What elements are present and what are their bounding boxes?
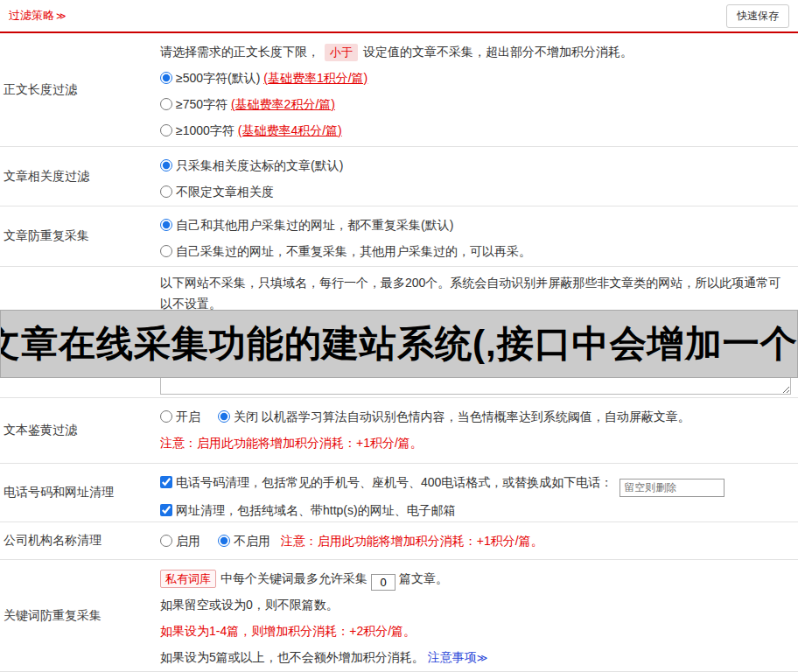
row-porn-filter: 文本鉴黄过滤 开启 关闭 以机器学习算法自动识别色情内容，当色情概率达到系统阈值… <box>0 398 798 464</box>
page-title-text: 过滤策略 <box>9 9 54 22</box>
page-title[interactable]: 过滤策略≫ <box>9 8 66 24</box>
chevron-down-icon: ≫ <box>477 652 488 664</box>
quick-save-button[interactable]: 快速保存 <box>726 4 789 28</box>
company-cost-note: 注意：启用此功能将增加积分消耗：+1积分/篇。 <box>281 534 543 548</box>
rate-note: (基础费率4积分/篇) <box>238 123 342 137</box>
radio-dedup-all-users[interactable]: 自己和其他用户采集过的网址，都不重复采集(默认) <box>160 218 453 232</box>
radio-option-500[interactable]: ≥500字符(默认) (基础费率1积分/篇) <box>160 71 368 85</box>
rate-note: (基础费率1积分/篇) <box>263 71 368 85</box>
magnified-text-overlay: 文章在线采集功能的建站系统(,接口中会增加一个t <box>0 310 798 378</box>
row-label-porn-filter: 文本鉴黄过滤 <box>0 398 158 463</box>
less-than-tag: 小于 <box>325 44 358 61</box>
radio-option-750[interactable]: ≥750字符 (基础费率2积分/篇) <box>160 97 335 111</box>
porn-filter-description: 以机器学习算法自动识别色情内容，当色情概率达到系统阈值，自动屏蔽文章。 <box>262 410 690 424</box>
radio-porn-on[interactable]: 开启 <box>160 410 204 424</box>
keyword-note-five: 如果设为5篇或以上，也不会额外增加积分消耗。 <box>160 650 424 664</box>
radio-porn-off[interactable]: 关闭 <box>218 410 262 424</box>
radio-relevance-any[interactable]: 不限定文章相关度 <box>160 185 274 199</box>
row-label-company: 公司机构名称清理 <box>0 522 158 559</box>
length-1000-radio[interactable] <box>160 124 172 136</box>
row-dedup-collection: 文章防重复采集 自己和其他用户采集过的网址，都不重复采集(默认) 自己采集过的网… <box>0 206 798 267</box>
radio-company-on[interactable]: 启用 <box>160 534 204 548</box>
url-cleanup-checkbox[interactable] <box>160 504 172 516</box>
length-500-radio[interactable] <box>160 72 172 84</box>
checkbox-phone-cleanup[interactable]: 电话号码清理，包括常见的手机号、座机号、400电话格式，或替换成如下电话： <box>160 475 616 489</box>
row-label-dedup: 文章防重复采集 <box>0 206 158 266</box>
topbar: 过滤策略≫ 快速保存 <box>0 0 798 33</box>
private-dictionary-tag[interactable]: 私有词库 <box>160 570 216 588</box>
radio-option-1000[interactable]: ≥1000字符 (基础费率4积分/篇) <box>160 123 342 137</box>
dedup-all-users-radio[interactable] <box>160 219 172 231</box>
magnified-text: 文章在线采集功能的建站系统(,接口中会增加一个t <box>0 319 798 368</box>
radio-relevance-strict[interactable]: 只采集相关度达标的文章(默认) <box>160 158 343 172</box>
relevance-any-radio[interactable] <box>160 186 172 198</box>
replacement-phone-input[interactable] <box>620 479 724 497</box>
notes-link[interactable]: 注意事项≫ <box>428 650 488 664</box>
row-company-cleanup: 公司机构名称清理 启用 不启用 注意：启用此功能将增加积分消耗：+1积分/篇。 <box>0 522 798 560</box>
blocked-sites-description: 以下网站不采集，只填域名，每行一个，最多200个。系统会自动识别并屏蔽那些非文章… <box>160 272 791 314</box>
body-length-intro: 请选择需求的正文长度下限，小于设定值的文章不采集，超出部分不增加积分消耗。 <box>160 38 791 65</box>
relevance-strict-radio[interactable] <box>160 159 172 172</box>
length-750-radio[interactable] <box>160 98 172 110</box>
company-on-radio[interactable] <box>160 535 172 547</box>
radio-dedup-self-only[interactable]: 自己采集过的网址，不重复采集，其他用户采集过的，可以再采。 <box>160 244 531 258</box>
row-relevance-filter: 文章相关度过滤 只采集相关度达标的文章(默认) 不限定文章相关度 <box>0 147 798 206</box>
phone-cleanup-checkbox[interactable] <box>160 476 172 488</box>
row-label-relevance: 文章相关度过滤 <box>0 147 158 206</box>
checkbox-url-cleanup[interactable]: 网址清理，包括纯域名、带http(s)的网址、电子邮箱 <box>160 503 456 517</box>
porn-off-radio[interactable] <box>218 410 230 423</box>
filter-strategy-page: 过滤策略≫ 快速保存 正文长度过滤 请选择需求的正文长度下限，小于设定值的文章不… <box>0 0 798 672</box>
keyword-note-zero: 如果留空或设为0，则不限篇数。 <box>160 592 791 618</box>
dedup-self-only-radio[interactable] <box>160 245 172 257</box>
porn-on-radio[interactable] <box>160 410 172 423</box>
row-body-length-filter: 正文长度过滤 请选择需求的正文长度下限，小于设定值的文章不采集，超出部分不增加积… <box>0 33 798 147</box>
chevron-down-icon: ≫ <box>56 10 66 21</box>
rate-note: (基础费率2积分/篇) <box>231 97 335 111</box>
row-label-phone-url: 电话号码和网址清理 <box>0 464 158 522</box>
row-phone-url-cleanup: 电话号码和网址清理 电话号码清理，包括常见的手机号、座机号、400电话格式，或替… <box>0 464 798 522</box>
max-articles-input[interactable] <box>371 574 396 591</box>
row-label-keyword: 关键词防重复采集 <box>0 560 158 671</box>
porn-filter-cost-note: 注意：启用此功能将增加积分消耗：+1积分/篇。 <box>160 430 791 456</box>
row-label-body-length: 正文长度过滤 <box>0 33 158 146</box>
keyword-note-cost: 如果设为1-4篇，则增加积分消耗：+2积分/篇。 <box>160 618 791 644</box>
radio-company-off[interactable]: 不启用 <box>218 534 274 548</box>
row-keyword-limit: 关键词防重复采集 私有词库中每个关键词最多允许采集篇文章。 如果留空或设为0，则… <box>0 560 798 672</box>
company-off-radio[interactable] <box>218 535 230 547</box>
